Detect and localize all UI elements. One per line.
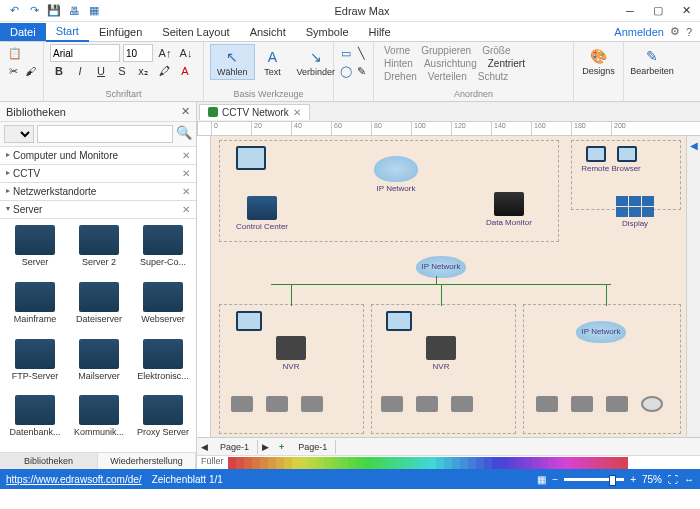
center-button[interactable]: Zentriert: [484, 57, 529, 70]
node-display[interactable]: Display: [616, 196, 654, 228]
format-painter-icon[interactable]: 🖌: [23, 62, 37, 80]
shape-fileserver[interactable]: Dateiserver: [68, 280, 130, 335]
node-remote-browser[interactable]: Remote Browser: [581, 146, 641, 173]
size-button[interactable]: Größe: [478, 44, 514, 57]
lib-cat-cctv[interactable]: ▸CCTV✕: [0, 165, 196, 183]
send-back-button[interactable]: Hinten: [380, 57, 417, 70]
right-panel-toggle[interactable]: ◀: [686, 136, 700, 437]
node-camera-1a[interactable]: [231, 396, 253, 412]
distribute-button[interactable]: Verteilen: [424, 70, 471, 83]
increase-font-icon[interactable]: A↑: [156, 44, 174, 62]
subscript-button[interactable]: x₂: [134, 62, 152, 80]
bold-button[interactable]: B: [50, 62, 68, 80]
undo-icon[interactable]: ↶: [6, 3, 22, 19]
lib-cat-server[interactable]: ▾Server✕: [0, 201, 196, 219]
shape-comm[interactable]: Kommunik...: [68, 393, 130, 448]
font-size-select[interactable]: [123, 44, 153, 62]
align-button[interactable]: Ausrichtung: [420, 57, 481, 70]
tab-page-layout[interactable]: Seiten Layout: [152, 23, 239, 41]
pen-icon[interactable]: ✎: [355, 62, 367, 80]
text-tool[interactable]: AText: [255, 45, 291, 79]
zoom-out-icon[interactable]: −: [552, 474, 558, 485]
drawing-canvas[interactable]: Control Center IP Network Data Monitor R…: [211, 136, 686, 437]
page-nav-prev[interactable]: ◀: [197, 442, 212, 452]
search-icon[interactable]: 🔍: [176, 125, 192, 143]
add-page-button[interactable]: +: [273, 442, 290, 452]
library-filter-select[interactable]: [4, 125, 34, 143]
library-close-icon[interactable]: ✕: [181, 105, 190, 118]
tab-insert[interactable]: Einfügen: [89, 23, 152, 41]
close-button[interactable]: ✕: [672, 0, 700, 22]
page-nav-next[interactable]: ▶: [258, 442, 273, 452]
gear-icon[interactable]: ⚙: [670, 25, 680, 38]
print-icon[interactable]: 🖶: [66, 3, 82, 19]
node-nvr-monitor-1[interactable]: [236, 311, 262, 331]
node-camera-3d[interactable]: [641, 396, 663, 412]
file-menu[interactable]: Datei: [0, 23, 46, 41]
shape-ellipse-icon[interactable]: ◯: [340, 62, 352, 80]
view-mode-icon[interactable]: ▦: [537, 474, 546, 485]
cut-icon[interactable]: ✂: [6, 62, 20, 80]
library-search-input[interactable]: [37, 125, 173, 143]
shape-mailserver[interactable]: Mailserver: [68, 337, 130, 392]
font-name-select[interactable]: [50, 44, 120, 62]
status-url[interactable]: https://www.edrawsoft.com/de/: [6, 474, 142, 485]
underline-button[interactable]: U: [92, 62, 110, 80]
designs-button[interactable]: 🎨Designs: [580, 44, 617, 78]
bring-front-button[interactable]: Vorne: [380, 44, 414, 57]
minimize-button[interactable]: ─: [616, 0, 644, 22]
font-color-icon[interactable]: A: [176, 62, 194, 80]
shape-supercomputer[interactable]: Super-Co...: [132, 223, 194, 278]
page-tab-2[interactable]: Page-1: [290, 440, 336, 454]
lib-cat-network[interactable]: ▸Netzwerkstandorte✕: [0, 183, 196, 201]
color-swatches[interactable]: [228, 456, 700, 469]
shape-ftpserver[interactable]: FTP-Server: [4, 337, 66, 392]
edit-button[interactable]: ✎Bearbeiten: [630, 44, 674, 78]
shape-proxy[interactable]: Proxy Server: [132, 393, 194, 448]
save-icon[interactable]: 💾: [46, 3, 62, 19]
shape-electronic[interactable]: Elektronisc...: [132, 337, 194, 392]
node-camera-3b[interactable]: [571, 396, 593, 412]
maximize-button[interactable]: ▢: [644, 0, 672, 22]
node-camera-3c[interactable]: [606, 396, 628, 412]
redo-icon[interactable]: ↷: [26, 3, 42, 19]
rotate-button[interactable]: Drehen: [380, 70, 421, 83]
document-tab-close-icon[interactable]: ✕: [293, 107, 301, 118]
strike-button[interactable]: S: [113, 62, 131, 80]
tab-symbols[interactable]: Symbole: [296, 23, 359, 41]
protect-button[interactable]: Schutz: [474, 70, 513, 83]
node-pc[interactable]: [236, 146, 266, 170]
fit-page-icon[interactable]: ⛶: [668, 474, 678, 485]
tab-start[interactable]: Start: [46, 22, 89, 42]
decrease-font-icon[interactable]: A↓: [177, 44, 195, 62]
italic-button[interactable]: I: [71, 62, 89, 80]
paste-icon[interactable]: 📋: [6, 44, 24, 62]
node-camera-1c[interactable]: [301, 396, 323, 412]
shape-mainframe[interactable]: Mainframe: [4, 280, 66, 335]
shape-rect-icon[interactable]: ▭: [340, 44, 352, 62]
node-camera-2a[interactable]: [381, 396, 403, 412]
node-data-monitor[interactable]: Data Monitor: [486, 192, 532, 227]
help-icon[interactable]: ?: [686, 26, 692, 38]
shape-server2[interactable]: Server 2: [68, 223, 130, 278]
fit-width-icon[interactable]: ↔: [684, 474, 694, 485]
node-camera-3a[interactable]: [536, 396, 558, 412]
node-ip-cloud-2[interactable]: IP Network: [411, 256, 471, 271]
group-button[interactable]: Gruppieren: [417, 44, 475, 57]
lib-cat-computer[interactable]: ▸Computer und Monitore✕: [0, 147, 196, 165]
lib-tab-libraries[interactable]: Bibliotheken: [0, 453, 98, 469]
zoom-in-icon[interactable]: +: [630, 474, 636, 485]
node-nvr-1[interactable]: NVR: [266, 336, 316, 371]
node-nvr-2[interactable]: NVR: [416, 336, 466, 371]
login-link[interactable]: Anmelden: [614, 26, 664, 38]
tab-help[interactable]: Hilfe: [359, 23, 401, 41]
document-tab[interactable]: CCTV Network ✕: [199, 104, 310, 120]
shape-webserver[interactable]: Webserver: [132, 280, 194, 335]
node-nvr-monitor-2[interactable]: [386, 311, 412, 331]
highlight-icon[interactable]: 🖍: [155, 62, 173, 80]
node-camera-2c[interactable]: [451, 396, 473, 412]
shape-database[interactable]: Datenbank...: [4, 393, 66, 448]
zoom-slider[interactable]: [564, 478, 624, 481]
node-ip-cloud-3[interactable]: IP Network: [571, 321, 631, 336]
select-tool[interactable]: ↖Wählen: [210, 44, 255, 80]
